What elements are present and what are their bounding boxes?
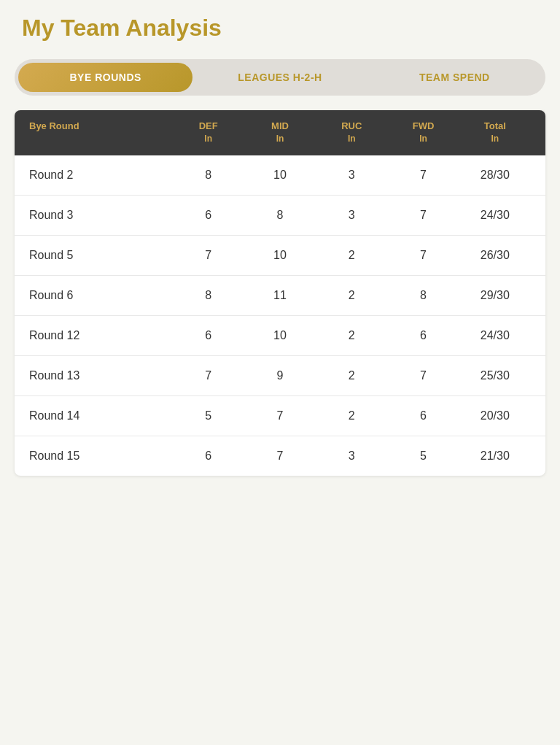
cell-total-7: 21/30	[459, 449, 531, 463]
cell-total-0: 28/30	[459, 169, 531, 182]
tab-bar: BYE ROUNDS LEAGUES H-2-H TEAM SPEND	[15, 59, 545, 96]
cell-fwd-0: 7	[387, 169, 459, 182]
table-row: Round 5 7 10 2 7 26/30	[15, 236, 545, 276]
cell-ruc-3: 2	[316, 289, 387, 302]
tab-team-spend[interactable]: TEAM SPEND	[368, 63, 542, 92]
cell-mid-0: 10	[244, 169, 316, 182]
cell-ruc-2: 2	[316, 249, 387, 262]
cell-ruc-6: 2	[316, 409, 387, 422]
cell-round-0: Round 2	[29, 169, 173, 182]
cell-total-6: 20/30	[459, 409, 531, 422]
tab-leagues-h2h[interactable]: LEAGUES H-2-H	[192, 63, 367, 92]
cell-fwd-7: 5	[387, 449, 459, 463]
cell-ruc-7: 3	[316, 449, 387, 463]
cell-round-4: Round 12	[29, 329, 173, 342]
table-row: Round 3 6 8 3 7 24/30	[15, 196, 545, 236]
header-total-in: Total In	[459, 120, 531, 145]
cell-round-6: Round 14	[29, 409, 173, 422]
cell-round-1: Round 3	[29, 209, 173, 222]
cell-mid-3: 11	[244, 289, 316, 302]
cell-ruc-5: 2	[316, 369, 387, 382]
cell-ruc-0: 3	[316, 169, 387, 182]
page-title: My Team Analysis	[15, 15, 545, 42]
cell-mid-5: 9	[244, 369, 316, 382]
cell-def-7: 6	[173, 449, 244, 463]
header-bye-round: Bye Round	[29, 120, 173, 145]
cell-mid-7: 7	[244, 449, 316, 463]
tab-bye-rounds[interactable]: BYE ROUNDS	[18, 63, 192, 92]
cell-ruc-4: 2	[316, 329, 387, 342]
cell-total-1: 24/30	[459, 209, 531, 222]
header-ruc-in: RUC In	[316, 120, 387, 145]
table-body: Round 2 8 10 3 7 28/30 Round 3 6 8 3 7 2…	[15, 155, 545, 476]
cell-total-2: 26/30	[459, 249, 531, 262]
table-row: Round 12 6 10 2 6 24/30	[15, 316, 545, 356]
cell-total-4: 24/30	[459, 329, 531, 342]
cell-fwd-6: 6	[387, 409, 459, 422]
header-def-in: DEF In	[173, 120, 244, 145]
cell-mid-2: 10	[244, 249, 316, 262]
cell-def-3: 8	[173, 289, 244, 302]
cell-def-6: 5	[173, 409, 244, 422]
cell-def-1: 6	[173, 209, 244, 222]
table-header: Bye Round DEF In MID In RUC In FWD In To…	[15, 110, 545, 155]
cell-def-4: 6	[173, 329, 244, 342]
cell-fwd-2: 7	[387, 249, 459, 262]
cell-fwd-1: 7	[387, 209, 459, 222]
cell-total-3: 29/30	[459, 289, 531, 302]
cell-mid-6: 7	[244, 409, 316, 422]
table-row: Round 6 8 11 2 8 29/30	[15, 276, 545, 316]
cell-total-5: 25/30	[459, 369, 531, 382]
cell-mid-1: 8	[244, 209, 316, 222]
cell-round-7: Round 15	[29, 449, 173, 463]
cell-ruc-1: 3	[316, 209, 387, 222]
cell-def-0: 8	[173, 169, 244, 182]
cell-fwd-4: 6	[387, 329, 459, 342]
table-row: Round 15 6 7 3 5 21/30	[15, 436, 545, 476]
cell-mid-4: 10	[244, 329, 316, 342]
bye-rounds-table: Bye Round DEF In MID In RUC In FWD In To…	[15, 110, 545, 476]
table-row: Round 2 8 10 3 7 28/30	[15, 155, 545, 196]
cell-fwd-3: 8	[387, 289, 459, 302]
header-mid-in: MID In	[244, 120, 316, 145]
cell-round-3: Round 6	[29, 289, 173, 302]
cell-round-5: Round 13	[29, 369, 173, 382]
cell-round-2: Round 5	[29, 249, 173, 262]
cell-def-5: 7	[173, 369, 244, 382]
cell-def-2: 7	[173, 249, 244, 262]
header-fwd-in: FWD In	[387, 120, 459, 145]
table-row: Round 14 5 7 2 6 20/30	[15, 396, 545, 436]
table-row: Round 13 7 9 2 7 25/30	[15, 356, 545, 396]
cell-fwd-5: 7	[387, 369, 459, 382]
